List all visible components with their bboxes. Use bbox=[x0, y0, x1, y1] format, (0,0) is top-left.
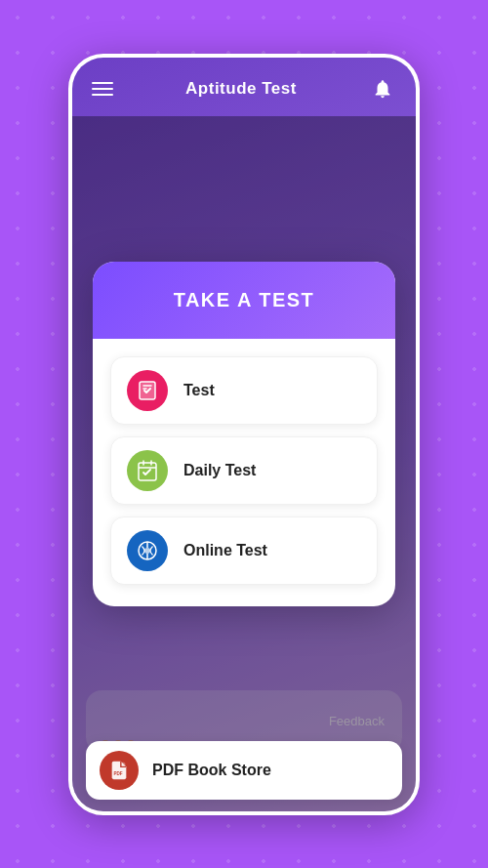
take-a-test-modal: TAKE A TEST Test bbox=[93, 262, 395, 606]
phone-frame: Aptitude Test Feedback PDF PDF Book Stor… bbox=[68, 54, 420, 815]
modal-overlay: TAKE A TEST Test bbox=[72, 58, 416, 811]
daily-test-option-label: Daily Test bbox=[183, 462, 256, 479]
online-test-option-label: Online Test bbox=[183, 542, 267, 559]
test-option-label: Test bbox=[183, 382, 215, 399]
test-option-test[interactable]: Test bbox=[110, 356, 378, 425]
daily-test-icon-wrap bbox=[127, 450, 168, 491]
test-option-online[interactable]: Online Test bbox=[110, 517, 378, 585]
test-icon-wrap bbox=[127, 370, 168, 411]
modal-body: Test Daily Test bbox=[93, 339, 395, 606]
online-test-icon-wrap bbox=[127, 530, 168, 571]
modal-header: TAKE A TEST bbox=[93, 262, 395, 339]
test-option-daily[interactable]: Daily Test bbox=[110, 436, 378, 505]
modal-title: TAKE A TEST bbox=[174, 289, 315, 310]
svg-point-11 bbox=[144, 548, 150, 554]
